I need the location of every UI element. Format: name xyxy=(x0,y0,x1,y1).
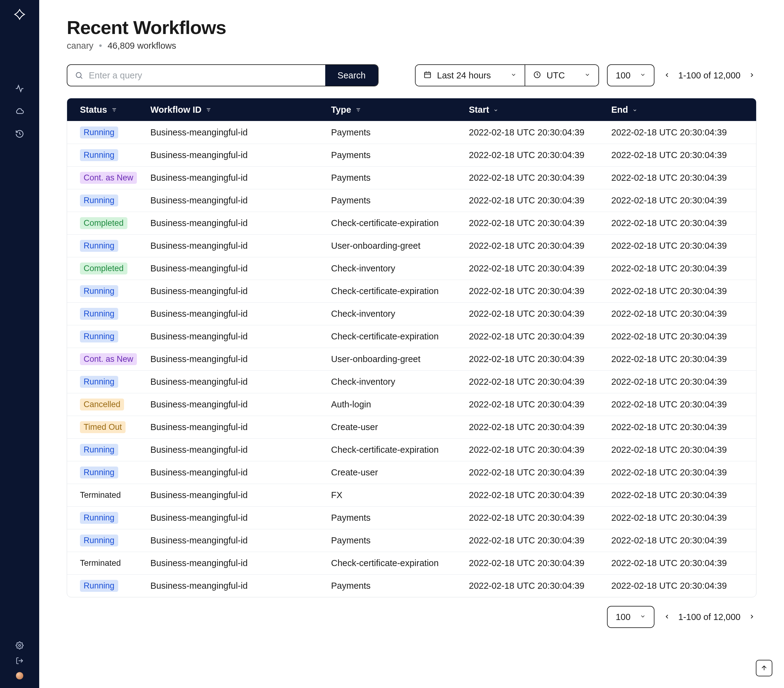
table-body: RunningBusiness-meangingful-idPayments20… xyxy=(67,121,756,597)
table-row[interactable]: TerminatedBusiness-meangingful-idCheck-c… xyxy=(67,552,756,574)
type-cell: Check-inventory xyxy=(331,309,469,319)
col-status[interactable]: Status xyxy=(80,105,150,115)
timezone-select[interactable]: UTC xyxy=(525,65,599,86)
avatar[interactable] xyxy=(16,672,23,680)
end-cell: 2022-02-18 UTC 20:30:04:39 xyxy=(611,377,743,387)
table-row[interactable]: Cont. as NewBusiness-meangingful-idPayme… xyxy=(67,166,756,189)
table-row[interactable]: Cont. as NewBusiness-meangingful-idUser-… xyxy=(67,348,756,370)
table-row[interactable]: RunningBusiness-meangingful-idPayments20… xyxy=(67,189,756,212)
start-cell: 2022-02-18 UTC 20:30:04:39 xyxy=(469,535,611,546)
col-workflow-id[interactable]: Workflow ID xyxy=(150,105,331,115)
start-cell: 2022-02-18 UTC 20:30:04:39 xyxy=(469,558,611,568)
table-header: Status Workflow ID Type Start End xyxy=(67,98,756,121)
time-range-select[interactable]: Last 24 hours xyxy=(415,65,525,86)
end-cell: 2022-02-18 UTC 20:30:04:39 xyxy=(611,581,743,591)
cloud-icon[interactable] xyxy=(15,107,24,116)
next-page-button-bottom[interactable] xyxy=(747,612,756,622)
col-start[interactable]: Start xyxy=(469,105,611,115)
status-badge: Running xyxy=(80,285,118,297)
chevron-down-icon xyxy=(640,72,646,79)
workflow-id-cell: Business-meangingful-id xyxy=(150,377,331,387)
start-cell: 2022-02-18 UTC 20:30:04:39 xyxy=(469,422,611,432)
workflow-id-cell: Business-meangingful-id xyxy=(150,173,331,183)
end-cell: 2022-02-18 UTC 20:30:04:39 xyxy=(611,286,743,296)
col-type[interactable]: Type xyxy=(331,105,469,115)
workflow-id-cell: Business-meangingful-id xyxy=(150,490,331,500)
table-row[interactable]: RunningBusiness-meangingful-idPayments20… xyxy=(67,121,756,144)
workflow-id-cell: Business-meangingful-id xyxy=(150,581,331,591)
page-subtitle: canary • 46,809 workflows xyxy=(67,41,756,51)
end-cell: 2022-02-18 UTC 20:30:04:39 xyxy=(611,558,743,568)
logout-icon[interactable] xyxy=(16,657,23,665)
table-row[interactable]: RunningBusiness-meangingful-idCheck-inve… xyxy=(67,370,756,393)
main-content: Recent Workflows canary • 46,809 workflo… xyxy=(39,0,784,688)
type-cell: Payments xyxy=(331,581,469,591)
workflow-id-cell: Business-meangingful-id xyxy=(150,535,331,546)
search-input[interactable] xyxy=(83,65,325,86)
table-row[interactable]: Timed OutBusiness-meangingful-idCreate-u… xyxy=(67,416,756,438)
col-status-label: Status xyxy=(80,105,107,115)
start-cell: 2022-02-18 UTC 20:30:04:39 xyxy=(469,490,611,500)
type-cell: Payments xyxy=(331,513,469,523)
separator-dot: • xyxy=(99,41,102,51)
page-size-select[interactable]: 100 xyxy=(607,64,654,86)
history-icon[interactable] xyxy=(15,129,24,139)
table-row[interactable]: RunningBusiness-meangingful-idPayments20… xyxy=(67,574,756,597)
pagination-bottom: 1-100 of 12,000 xyxy=(662,612,756,622)
timezone-label: UTC xyxy=(547,71,565,81)
page-size-select-bottom[interactable]: 100 xyxy=(607,606,654,628)
start-cell: 2022-02-18 UTC 20:30:04:39 xyxy=(469,173,611,183)
table-row[interactable]: TerminatedBusiness-meangingful-idFX2022-… xyxy=(67,484,756,507)
prev-page-button-bottom[interactable] xyxy=(662,612,672,622)
start-cell: 2022-02-18 UTC 20:30:04:39 xyxy=(469,332,611,342)
start-cell: 2022-02-18 UTC 20:30:04:39 xyxy=(469,150,611,160)
end-cell: 2022-02-18 UTC 20:30:04:39 xyxy=(611,150,743,160)
type-cell: Create-user xyxy=(331,422,469,432)
table-row[interactable]: RunningBusiness-meangingful-idCheck-cert… xyxy=(67,280,756,302)
page-size-label-bottom: 100 xyxy=(616,612,630,622)
status-badge: Running xyxy=(80,308,118,320)
type-cell: Payments xyxy=(331,535,469,546)
col-end[interactable]: End xyxy=(611,105,743,115)
start-cell: 2022-02-18 UTC 20:30:04:39 xyxy=(469,399,611,409)
end-cell: 2022-02-18 UTC 20:30:04:39 xyxy=(611,354,743,364)
table-row[interactable]: RunningBusiness-meangingful-idCheck-cert… xyxy=(67,325,756,348)
table-row[interactable]: RunningBusiness-meangingful-idPayments20… xyxy=(67,144,756,166)
end-cell: 2022-02-18 UTC 20:30:04:39 xyxy=(611,264,743,274)
table-row[interactable]: RunningBusiness-meangingful-idCheck-cert… xyxy=(67,438,756,461)
clock-icon xyxy=(533,71,541,80)
table-row[interactable]: CompletedBusiness-meangingful-idCheck-ce… xyxy=(67,212,756,234)
table-row[interactable]: RunningBusiness-meangingful-idPayments20… xyxy=(67,507,756,529)
svg-line-3 xyxy=(81,77,82,78)
chevron-down-icon xyxy=(511,72,517,79)
workflow-id-cell: Business-meangingful-id xyxy=(150,309,331,319)
table-row[interactable]: RunningBusiness-meangingful-idUser-onboa… xyxy=(67,234,756,257)
start-cell: 2022-02-18 UTC 20:30:04:39 xyxy=(469,264,611,274)
table-row[interactable]: RunningBusiness-meangingful-idCheck-inve… xyxy=(67,302,756,325)
table-row[interactable]: CompletedBusiness-meangingful-idCheck-in… xyxy=(67,257,756,280)
type-cell: Auth-login xyxy=(331,399,469,409)
start-cell: 2022-02-18 UTC 20:30:04:39 xyxy=(469,377,611,387)
table-row[interactable]: RunningBusiness-meangingful-idPayments20… xyxy=(67,529,756,552)
pagination-label-bottom: 1-100 of 12,000 xyxy=(679,612,741,622)
prev-page-button[interactable] xyxy=(662,71,672,81)
end-cell: 2022-02-18 UTC 20:30:04:39 xyxy=(611,195,743,206)
chevron-down-icon xyxy=(584,72,590,79)
scroll-to-top-button[interactable] xyxy=(756,660,772,676)
end-cell: 2022-02-18 UTC 20:30:04:39 xyxy=(611,309,743,319)
workflow-id-cell: Business-meangingful-id xyxy=(150,127,331,137)
sidebar xyxy=(0,0,39,688)
search-button[interactable]: Search xyxy=(325,65,378,86)
start-cell: 2022-02-18 UTC 20:30:04:39 xyxy=(469,581,611,591)
settings-icon[interactable] xyxy=(16,642,23,649)
search-box: Search xyxy=(67,64,379,86)
logo-icon[interactable] xyxy=(14,8,25,20)
end-cell: 2022-02-18 UTC 20:30:04:39 xyxy=(611,332,743,342)
table-row[interactable]: CancelledBusiness-meangingful-idAuth-log… xyxy=(67,393,756,416)
table-row[interactable]: RunningBusiness-meangingful-idCreate-use… xyxy=(67,461,756,484)
search-icon xyxy=(68,65,83,86)
activity-icon[interactable] xyxy=(15,84,24,93)
status-badge: Running xyxy=(80,535,118,546)
next-page-button[interactable] xyxy=(747,71,756,81)
type-cell: FX xyxy=(331,490,469,500)
